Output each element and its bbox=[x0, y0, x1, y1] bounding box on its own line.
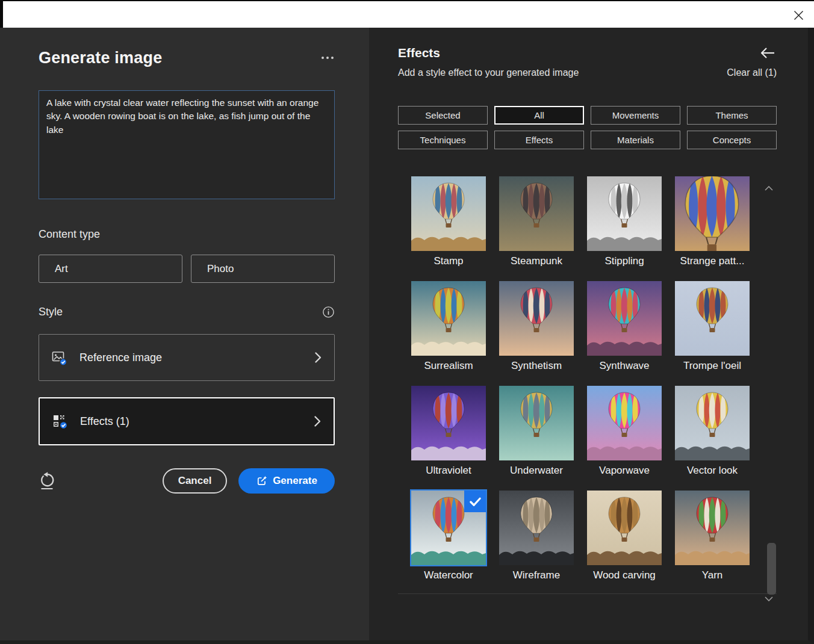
reference-image-icon bbox=[51, 350, 67, 366]
generate-button-label: Generate bbox=[273, 475, 317, 487]
filter-materials[interactable]: Materials bbox=[591, 131, 680, 149]
clear-all-link[interactable]: Clear all (1) bbox=[727, 67, 777, 78]
filter-effects[interactable]: Effects bbox=[494, 131, 584, 149]
effect-thumbnail bbox=[675, 491, 750, 565]
effect-label: Stamp bbox=[411, 255, 486, 267]
filter-concepts[interactable]: Concepts bbox=[687, 131, 777, 149]
reference-image-row[interactable]: Reference image bbox=[39, 334, 335, 381]
effect-card-watercolor[interactable]: Watercolor bbox=[411, 491, 486, 581]
effect-label: Trompe l'oeil bbox=[675, 360, 750, 372]
effect-card-surrealism[interactable]: Surrealism bbox=[411, 281, 486, 372]
scroll-up-icon[interactable] bbox=[764, 183, 774, 194]
close-icon[interactable] bbox=[792, 9, 804, 21]
effect-label: Stippling bbox=[587, 255, 662, 267]
effects-panel-subtitle: Add a style effect to your generated ima… bbox=[398, 67, 579, 78]
effects-grid-container: Stamp Steampunk Stippling Strange patt..… bbox=[398, 176, 777, 594]
effects-row-label: Effects (1) bbox=[80, 415, 129, 428]
effect-card-yarn[interactable]: Yarn bbox=[675, 491, 750, 581]
filter-movements[interactable]: Movements bbox=[591, 106, 680, 125]
generate-icon bbox=[256, 475, 267, 487]
dialog-body: Generate image A lake with crystal clear… bbox=[0, 28, 814, 644]
effect-card-synthwave[interactable]: Synthwave bbox=[587, 281, 662, 372]
content-type-art-button[interactable]: Art bbox=[39, 255, 182, 283]
content-type-label: Content type bbox=[39, 228, 335, 241]
scrollbar-thumb[interactable] bbox=[767, 543, 776, 595]
effect-card-stamp[interactable]: Stamp bbox=[411, 176, 486, 267]
effect-card-ultraviolet[interactable]: Ultraviolet bbox=[411, 386, 486, 477]
effect-label: Ultraviolet bbox=[411, 465, 486, 477]
content-type-photo-button[interactable]: Photo bbox=[191, 255, 335, 283]
effect-label: Vaporwave bbox=[587, 465, 662, 477]
effect-label: Strange patt... bbox=[675, 255, 750, 267]
effect-card-underwater[interactable]: Underwater bbox=[499, 386, 574, 477]
effect-card-trompe-l-oeil[interactable]: Trompe l'oeil bbox=[675, 281, 750, 372]
filter-button-group: SelectedAllMovementsThemesTechniquesEffe… bbox=[398, 106, 777, 149]
effects-grid: Stamp Steampunk Stippling Strange patt..… bbox=[411, 176, 777, 581]
effect-thumbnail bbox=[675, 281, 750, 356]
effect-thumbnail bbox=[411, 281, 486, 356]
effect-thumbnail bbox=[587, 281, 662, 356]
effect-label: Steampunk bbox=[499, 255, 574, 267]
effect-card-vaporwave[interactable]: Vaporwave bbox=[587, 386, 662, 477]
selected-check-icon bbox=[464, 491, 486, 512]
effect-card-strange-patt[interactable]: Strange patt... bbox=[675, 176, 750, 267]
effect-card-stippling[interactable]: Stippling bbox=[587, 176, 662, 267]
effect-thumbnail bbox=[587, 176, 662, 251]
effects-icon bbox=[52, 413, 68, 430]
effect-thumbnail bbox=[411, 491, 486, 565]
window-titlebar bbox=[0, 0, 814, 28]
effects-panel: Effects Add a style effect to your gener… bbox=[369, 28, 808, 640]
effect-thumbnail bbox=[587, 386, 662, 460]
effect-card-vector-look[interactable]: Vector look bbox=[675, 386, 750, 477]
effect-label: Watercolor bbox=[411, 569, 486, 581]
effect-label: Wood carving bbox=[587, 569, 662, 581]
effect-label: Surrealism bbox=[411, 360, 486, 372]
effect-label: Synthetism bbox=[499, 360, 574, 372]
back-arrow-icon[interactable] bbox=[758, 46, 777, 60]
reference-image-label: Reference image bbox=[79, 351, 162, 364]
filter-themes[interactable]: Themes bbox=[687, 106, 777, 125]
scroll-down-icon[interactable] bbox=[764, 593, 774, 604]
filter-techniques[interactable]: Techniques bbox=[398, 131, 488, 149]
effect-thumbnail bbox=[411, 386, 486, 460]
effect-thumbnail bbox=[499, 491, 574, 565]
effect-label: Synthwave bbox=[587, 360, 662, 372]
effect-card-wood-carving[interactable]: Wood carving bbox=[587, 491, 662, 581]
effect-card-steampunk[interactable]: Steampunk bbox=[499, 176, 574, 267]
effect-card-wireframe[interactable]: Wireframe bbox=[499, 491, 574, 581]
effect-thumbnail bbox=[411, 176, 486, 251]
chevron-right-icon bbox=[314, 351, 322, 364]
cancel-button[interactable]: Cancel bbox=[163, 468, 227, 494]
filter-selected[interactable]: Selected bbox=[398, 106, 488, 125]
filter-all[interactable]: All bbox=[494, 106, 584, 125]
effect-label: Wireframe bbox=[499, 569, 574, 581]
info-icon[interactable] bbox=[322, 306, 335, 318]
effect-thumbnail bbox=[499, 176, 574, 251]
effects-row[interactable]: Effects (1) bbox=[39, 397, 335, 445]
page-title: Generate image bbox=[39, 49, 162, 67]
chevron-right-icon bbox=[314, 415, 322, 427]
reset-undo-icon[interactable] bbox=[39, 472, 55, 490]
style-label: Style bbox=[39, 306, 63, 318]
effect-thumbnail bbox=[675, 386, 750, 460]
generate-image-panel: Generate image A lake with crystal clear… bbox=[0, 28, 369, 640]
effect-label: Underwater bbox=[499, 465, 574, 477]
effect-label: Yarn bbox=[675, 569, 750, 581]
more-options-icon[interactable] bbox=[320, 53, 335, 63]
effect-thumbnail bbox=[499, 386, 574, 460]
effects-panel-title: Effects bbox=[398, 46, 579, 60]
prompt-textarea[interactable]: A lake with crystal clear water reflecti… bbox=[39, 90, 335, 199]
effect-thumbnail bbox=[675, 176, 750, 251]
effect-thumbnail bbox=[587, 491, 662, 565]
effect-label: Vector look bbox=[675, 465, 750, 477]
effect-thumbnail bbox=[499, 281, 574, 356]
effect-card-synthetism[interactable]: Synthetism bbox=[499, 281, 574, 372]
generate-button[interactable]: Generate bbox=[238, 468, 335, 494]
